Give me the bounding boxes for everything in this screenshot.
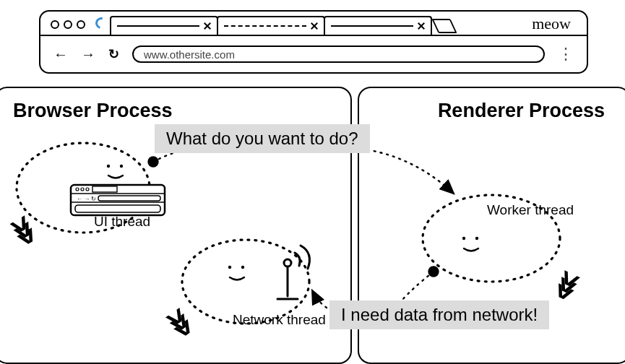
speech-bubble-question: What do you want to do? bbox=[155, 124, 370, 153]
back-button[interactable]: ← bbox=[53, 46, 68, 63]
window-controls bbox=[51, 20, 85, 29]
window-dot-icon bbox=[77, 20, 85, 29]
address-bar-url: www.othersite.com bbox=[144, 48, 235, 61]
window-dot-icon bbox=[64, 20, 72, 29]
address-bar[interactable]: www.othersite.com bbox=[132, 46, 545, 63]
browser-tab[interactable] bbox=[110, 16, 218, 35]
process-title: Renderer Process bbox=[359, 88, 625, 122]
close-tab-icon[interactable] bbox=[418, 22, 425, 30]
speech-bubble-request: I need data from network! bbox=[329, 300, 549, 329]
browser-window: meow ← → ↻ www.othersite.com ⋮ bbox=[39, 10, 588, 74]
loading-spinner-icon bbox=[93, 15, 109, 31]
window-dot-icon bbox=[51, 20, 59, 29]
close-tab-icon[interactable] bbox=[204, 22, 211, 30]
browser-tab[interactable] bbox=[324, 16, 432, 35]
browser-tab[interactable] bbox=[217, 16, 325, 35]
close-tab-icon[interactable] bbox=[311, 22, 318, 30]
ui-thread-label: UI thread bbox=[94, 214, 150, 230]
worker-thread-label: Worker thread bbox=[487, 202, 574, 218]
reload-button[interactable]: ↻ bbox=[108, 46, 119, 62]
tab-strip: meow bbox=[40, 12, 587, 36]
toolbar: ← → ↻ www.othersite.com ⋮ bbox=[40, 36, 587, 72]
browser-branding: meow bbox=[532, 14, 571, 33]
menu-icon[interactable]: ⋮ bbox=[558, 51, 574, 58]
network-thread-label: Network thread bbox=[233, 312, 326, 328]
process-title: Browser Process bbox=[0, 88, 350, 122]
new-tab-button[interactable] bbox=[431, 19, 457, 33]
forward-button[interactable]: → bbox=[81, 46, 95, 63]
